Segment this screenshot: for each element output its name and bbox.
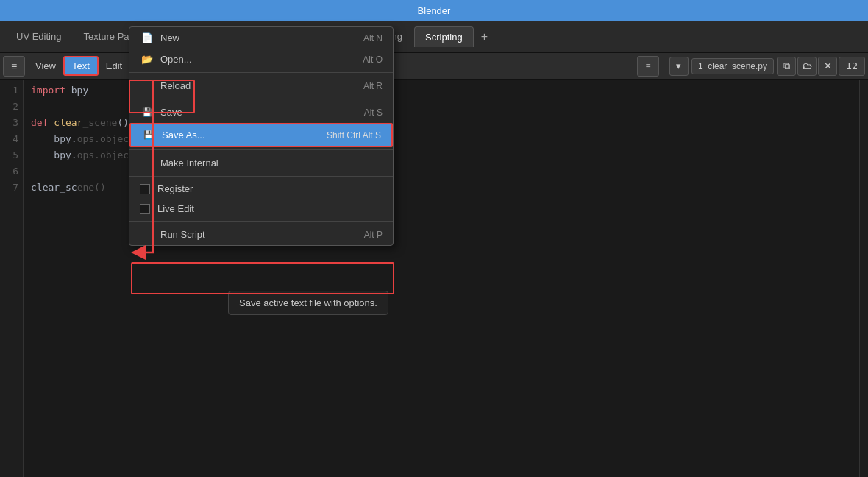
title-bar: Blender [0, 0, 868, 21]
close-file-button[interactable]: ✕ [818, 57, 837, 76]
menu-item-open[interactable]: 📂 Open... Alt O [129, 49, 393, 70]
tab-scripting[interactable]: Scripting [414, 26, 474, 47]
file-type-icon-button[interactable]: ≡ [637, 56, 659, 77]
divider-5 [129, 221, 393, 222]
menu-item-reload[interactable]: Reload Alt R [129, 75, 393, 96]
dropdown-arrow-button[interactable]: ▾ [669, 57, 689, 76]
menu-item-live-edit[interactable]: Live Edit [129, 199, 393, 219]
new-shortcut: Alt N [363, 33, 383, 43]
save-as-shortcut: Shift Ctrl Alt S [327, 130, 381, 141]
menu-item-new[interactable]: 📄 New Alt N [129, 27, 393, 49]
new-label: New [160, 32, 349, 43]
menu-view[interactable]: View [28, 57, 63, 74]
open-folder-button[interactable]: 🗁 [797, 57, 817, 76]
reload-label: Reload [160, 80, 349, 91]
text-menu-dropdown: 📄 New Alt N 📂 Open... Alt O Reload Alt R… [129, 26, 394, 246]
open-label: Open... [160, 54, 348, 65]
open-shortcut: Alt O [363, 54, 383, 65]
new-file-icon: 📄 [140, 32, 154, 43]
filename-text: 1_clear_scene.py [698, 61, 767, 71]
live-edit-label: Live Edit [157, 203, 194, 214]
file-selector: ≡ ▾ 1_clear_scene.py [637, 56, 774, 77]
run-script-label: Run Script [160, 229, 349, 240]
save-icon: 💾 [140, 107, 154, 117]
save-label: Save [160, 107, 349, 118]
copy-file-button[interactable]: ⧉ [777, 57, 796, 76]
make-internal-label: Make Internal [160, 158, 368, 169]
line-num-4: 4 [0, 131, 23, 147]
menu-item-save[interactable]: 💾 Save Alt S [129, 102, 393, 123]
menu-item-run-script[interactable]: Run Script Alt P [129, 224, 393, 245]
editor-type-button[interactable]: ≡ [3, 56, 25, 77]
list-icon: ≡ [11, 60, 17, 72]
open-file-icon: 📂 [140, 54, 154, 65]
menu-item-make-internal[interactable]: Make Internal [129, 152, 393, 174]
file-list-icon: ≡ [645, 61, 650, 71]
line-num-3: 3 [0, 115, 23, 131]
line-numbers: 1 2 3 4 5 6 7 [0, 80, 24, 477]
menu-item-save-as[interactable]: 💾 Save As... Shift Ctrl Alt S [129, 123, 393, 147]
filename-display: 1_clear_scene.py [691, 58, 774, 74]
line-num-6: 6 [0, 163, 23, 180]
tab-uv-editing[interactable]: UV Editing [6, 26, 71, 46]
line-num-2: 2 [0, 99, 23, 115]
menu-item-register[interactable]: Register [129, 179, 393, 199]
divider-1 [129, 72, 393, 73]
run-script-shortcut: Alt P [364, 230, 383, 240]
app-title: Blender [418, 5, 451, 16]
divider-4 [129, 176, 393, 177]
save-shortcut: Alt S [364, 107, 383, 118]
save-as-label: Save As... [162, 130, 312, 141]
line-numbers-toggle[interactable]: 1̲2̲ [839, 57, 865, 76]
add-workspace-button[interactable]: + [475, 27, 494, 46]
line-num-5: 5 [0, 147, 23, 163]
save-as-icon: 💾 [141, 130, 156, 140]
scrollbar[interactable] [859, 80, 868, 477]
divider-3 [129, 149, 393, 150]
line-num-1: 1 [0, 82, 23, 99]
menu-text[interactable]: Text [63, 56, 99, 76]
line-num-7: 7 [0, 180, 23, 196]
divider-2 [129, 99, 393, 99]
register-label: Register [157, 183, 193, 194]
register-checkbox[interactable] [140, 184, 150, 194]
menu-edit[interactable]: Edit [99, 57, 129, 74]
reload-shortcut: Alt R [363, 81, 383, 91]
live-edit-checkbox[interactable] [140, 204, 150, 214]
